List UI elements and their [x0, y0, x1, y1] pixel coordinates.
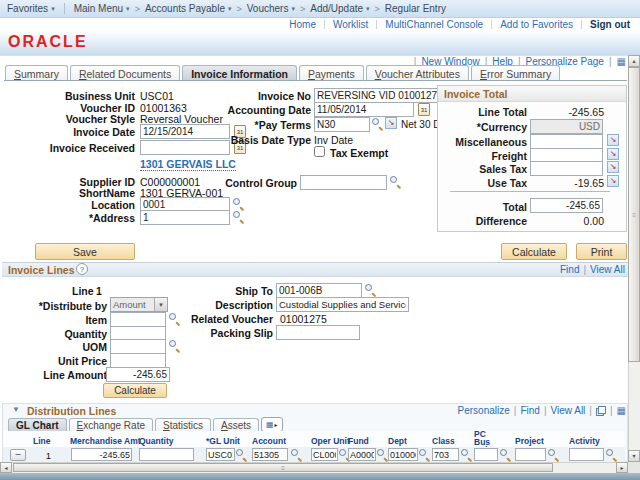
view-all-link[interactable]: View All — [590, 264, 625, 275]
address-input[interactable] — [140, 210, 230, 225]
home-link[interactable]: Home — [289, 19, 316, 30]
collapse-triangle-icon[interactable]: ▼ — [12, 406, 20, 414]
search-icon[interactable] — [365, 284, 376, 295]
tax-exempt-checkbox[interactable] — [314, 146, 325, 157]
search-icon[interactable] — [606, 449, 617, 460]
pay-terms-input[interactable] — [314, 117, 370, 132]
tab-summary[interactable]: Summary — [5, 65, 68, 81]
grid-icon[interactable]: ▦ — [617, 57, 626, 67]
multichannel-console-link[interactable]: MultiChannel Console — [385, 19, 483, 30]
breadcrumb-regular-entry[interactable]: Regular Entry — [385, 3, 446, 14]
tab-gl-chart[interactable]: GL Chart — [8, 418, 67, 432]
sales-tax-input[interactable] — [530, 161, 603, 176]
save-button[interactable]: Save — [35, 243, 135, 260]
fund-input[interactable] — [348, 448, 376, 461]
search-icon[interactable] — [291, 449, 302, 460]
tab-error-summary[interactable]: Error Summary — [471, 65, 560, 81]
print-button[interactable]: Print — [576, 243, 627, 260]
search-icon[interactable] — [233, 198, 244, 209]
project-input[interactable] — [515, 448, 546, 461]
download-grid-icon[interactable]: ▦ — [617, 406, 626, 416]
transfer-icon[interactable]: ↘ — [607, 148, 619, 160]
tab-assets[interactable]: Assets — [213, 418, 259, 432]
search-icon[interactable] — [419, 449, 430, 460]
oper-unit-input[interactable] — [311, 448, 338, 461]
scroll-down-button[interactable]: ▾ — [628, 450, 640, 462]
search-icon[interactable] — [233, 211, 244, 222]
miscellaneous-input[interactable] — [530, 134, 603, 149]
activity-input[interactable] — [569, 448, 604, 461]
supplier-name-link[interactable]: 1301 GERVAIS LLC — [140, 158, 236, 171]
line-amount-input[interactable] — [106, 367, 170, 382]
breadcrumb-favorites[interactable]: Favorites ▾ — [7, 3, 55, 14]
packing-slip-input[interactable] — [276, 325, 360, 340]
transfer-icon[interactable]: ↘ — [607, 161, 619, 173]
search-icon[interactable] — [169, 340, 180, 351]
divider — [491, 20, 492, 29]
tab-voucher-attributes[interactable]: Voucher Attributes — [366, 65, 469, 81]
tab-statistics[interactable]: Statistics — [155, 418, 211, 432]
scroll-left-button[interactable]: ◂ — [0, 462, 12, 473]
col-account: Account — [252, 436, 286, 446]
delete-row-button[interactable]: – — [10, 449, 26, 461]
invoice-no-input[interactable] — [314, 88, 447, 103]
pc-bus-unit-input[interactable] — [474, 448, 498, 461]
calendar-icon[interactable]: 31 — [418, 103, 430, 116]
search-icon[interactable] — [236, 449, 247, 460]
dept-input[interactable] — [388, 448, 418, 461]
horizontal-scrollbar-thumb[interactable]: ≡ — [13, 463, 553, 472]
search-icon[interactable] — [461, 449, 472, 460]
view-all-link[interactable]: View All — [550, 405, 585, 416]
search-icon[interactable] — [377, 449, 388, 460]
worklist-link[interactable]: Worklist — [333, 19, 368, 30]
transfer-icon[interactable]: ↘ — [385, 117, 397, 129]
transfer-icon[interactable]: ↘ — [607, 175, 619, 187]
breadcrumb-separator: > — [300, 4, 305, 14]
row-quantity-input[interactable] — [139, 448, 194, 461]
popup-icon[interactable] — [596, 406, 606, 416]
control-group-input[interactable] — [300, 175, 387, 190]
breadcrumb-add-update[interactable]: Add/Update ▾ — [310, 3, 369, 14]
favorites-label: Favorites — [7, 3, 48, 14]
search-icon[interactable] — [548, 449, 559, 460]
search-icon[interactable] — [372, 118, 383, 129]
tab-invoice-information[interactable]: Invoice Information — [182, 65, 297, 81]
merchandise-amt-input[interactable] — [71, 448, 132, 461]
search-icon[interactable] — [500, 449, 511, 460]
search-icon[interactable] — [390, 176, 401, 187]
pay-terms-label: *Pay Terms — [180, 119, 311, 131]
line-calculate-button[interactable]: Calculate — [103, 383, 167, 398]
tax-exempt-label: Tax Exempt — [330, 147, 388, 159]
unit-price-input[interactable] — [110, 353, 166, 368]
calculate-button[interactable]: Calculate — [501, 243, 567, 260]
sign-out-link[interactable]: Sign out — [590, 19, 630, 30]
add-to-favorites-link[interactable]: Add to Favorites — [500, 19, 573, 30]
accounting-date-input[interactable] — [314, 102, 414, 117]
show-all-columns-button[interactable]: ▦ ▸ — [261, 417, 283, 432]
uom-input[interactable] — [110, 339, 166, 354]
help-icon[interactable]: ? — [76, 263, 88, 275]
gl-unit-input[interactable] — [206, 448, 235, 461]
ship-to-input[interactable] — [276, 283, 362, 298]
tab-exchange-rate[interactable]: Exchange Rate — [69, 418, 153, 432]
tab-payments[interactable]: Payments — [299, 65, 364, 81]
find-link[interactable]: Find — [520, 405, 539, 416]
scroll-up-button[interactable]: ▴ — [628, 55, 640, 67]
class-input[interactable] — [432, 448, 459, 461]
scroll-right-button[interactable]: ▸ — [616, 462, 628, 473]
breadcrumb-accounts-payable[interactable]: Accounts Payable ▾ — [145, 3, 232, 14]
total-input[interactable] — [530, 198, 603, 213]
basis-date-type-value: Inv Date — [314, 134, 353, 146]
tab-related-documents[interactable]: Related Documents — [70, 65, 180, 81]
description-input[interactable] — [276, 297, 409, 312]
breadcrumb-main-menu[interactable]: Main Menu ▾ — [74, 3, 130, 14]
breadcrumb: Favorites ▾ Main Menu ▾ > Accounts Payab… — [0, 0, 640, 18]
breadcrumb-vouchers[interactable]: Vouchers ▾ — [247, 3, 295, 14]
account-input[interactable] — [252, 448, 288, 461]
uom-label: UOM — [0, 341, 107, 353]
col-dept: Dept — [388, 436, 407, 446]
personalize-link[interactable]: Personalize — [458, 405, 510, 416]
vertical-scrollbar-thumb[interactable]: ≡ — [628, 67, 640, 362]
transfer-icon[interactable]: ↘ — [607, 134, 619, 146]
find-link[interactable]: Find — [560, 264, 579, 275]
